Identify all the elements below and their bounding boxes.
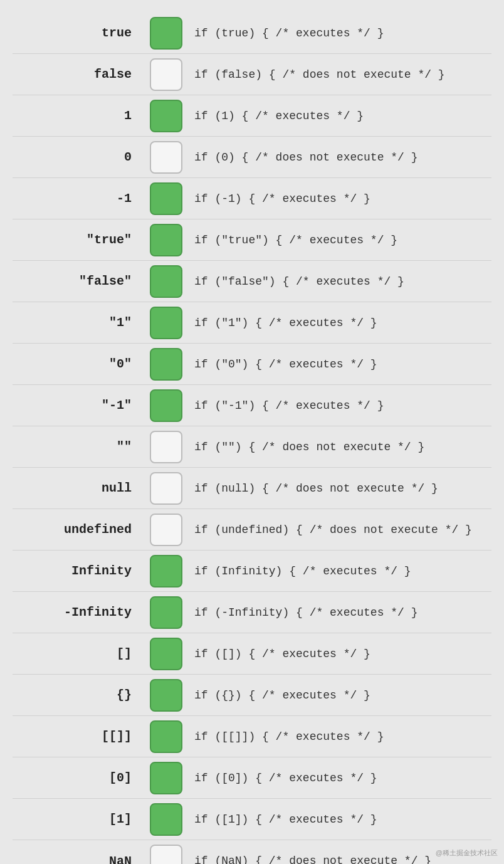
code-example: if ("false") { /* executes */ } [188, 275, 491, 288]
value-label: "false" [13, 274, 144, 288]
truthiness-indicator [144, 431, 188, 463]
truthy-box [150, 17, 182, 50]
truthiness-indicator [144, 555, 188, 587]
truthiness-indicator [144, 389, 188, 422]
truthiness-indicator [144, 638, 188, 670]
truthiness-indicator [144, 679, 188, 712]
table-row: "-1"if ("-1") { /* executes */ } [13, 385, 491, 426]
table-row: "true"if ("true") { /* executes */ } [13, 219, 491, 261]
value-label: 1 [13, 108, 144, 123]
table-row: undefinedif (undefined) { /* does not ex… [13, 509, 491, 551]
code-example: if ({}) { /* executes */ } [188, 689, 491, 702]
truthy-box [150, 224, 182, 256]
code-example: if ([]) { /* executes */ } [188, 648, 491, 660]
value-label: "0" [13, 357, 144, 371]
value-label: [] [13, 646, 144, 661]
table-row: "false"if ("false") { /* executes */ } [13, 261, 491, 302]
table-row: "0"if ("0") { /* executes */ } [13, 344, 491, 385]
table-row: Infinityif (Infinity) { /* executes */ } [13, 551, 491, 592]
truthiness-indicator [144, 307, 188, 339]
truthy-box [150, 596, 182, 629]
truthiness-indicator [144, 100, 188, 132]
falsy-box [150, 58, 182, 91]
value-label: {} [13, 688, 144, 702]
truthiness-indicator [144, 182, 188, 215]
truthy-box [150, 182, 182, 215]
falsy-box [150, 141, 182, 174]
code-example: if ("true") { /* executes */ } [188, 234, 491, 246]
truthy-box [150, 348, 182, 381]
truthy-box [150, 803, 182, 836]
code-example: if (-Infinity) { /* executes */ } [188, 606, 491, 619]
table-row: 1if (1) { /* executes */ } [13, 95, 491, 137]
code-example: if (undefined) { /* does not execute */ … [188, 524, 491, 536]
code-example: if ("0") { /* executes */ } [188, 358, 491, 371]
code-example: if ("-1") { /* executes */ } [188, 399, 491, 412]
code-example: if ("1") { /* executes */ } [188, 317, 491, 329]
truthiness-indicator [144, 348, 188, 381]
truthy-box [150, 638, 182, 670]
value-label: [0] [13, 771, 144, 785]
truthy-box [150, 720, 182, 753]
code-example: if ([[]]) { /* executes */ } [188, 730, 491, 743]
table-row: -Infinityif (-Infinity) { /* executes */… [13, 592, 491, 633]
table-row: []if ([]) { /* executes */ } [13, 633, 491, 675]
table-row: {}if ({}) { /* executes */ } [13, 675, 491, 716]
value-label: "1" [13, 315, 144, 330]
code-example: if (0) { /* does not execute */ } [188, 151, 491, 164]
table-row: "1"if ("1") { /* executes */ } [13, 302, 491, 344]
truthy-box [150, 762, 182, 794]
table-row: trueif (true) { /* executes */ } [13, 13, 491, 54]
falsy-box [150, 472, 182, 505]
truthy-box [150, 679, 182, 712]
table-row: [1]if ([1]) { /* executes */ } [13, 799, 491, 840]
truthiness-indicator [144, 141, 188, 174]
code-example: if ("") { /* does not execute */ } [188, 441, 491, 453]
code-example: if (false) { /* does not execute */ } [188, 68, 491, 81]
truthiness-indicator [144, 224, 188, 256]
truthy-box [150, 307, 182, 339]
table-row: -1if (-1) { /* executes */ } [13, 178, 491, 219]
table-row: nullif (null) { /* does not execute */ } [13, 468, 491, 509]
table-row: 0if (0) { /* does not execute */ } [13, 137, 491, 178]
value-label: 0 [13, 150, 144, 164]
truthiness-indicator [144, 265, 188, 298]
truthy-box [150, 555, 182, 587]
table-row: [0]if ([0]) { /* executes */ } [13, 757, 491, 799]
code-example: if (Infinity) { /* executes */ } [188, 565, 491, 577]
value-label: [1] [13, 812, 144, 826]
code-example: if (null) { /* does not execute */ } [188, 482, 491, 495]
watermark: @稀土掘金技术社区 [436, 848, 498, 858]
falsy-box [150, 845, 182, 864]
truthiness-indicator [144, 58, 188, 91]
code-example: if ([0]) { /* executes */ } [188, 772, 491, 784]
value-label: -1 [13, 191, 144, 206]
value-label: "-1" [13, 398, 144, 413]
value-label: false [13, 67, 144, 82]
falsy-box [150, 514, 182, 546]
truthiness-indicator [144, 845, 188, 864]
table-row: falseif (false) { /* does not execute */… [13, 54, 491, 95]
truthiness-indicator [144, 514, 188, 546]
truthy-box [150, 100, 182, 132]
value-label: [[]] [13, 729, 144, 744]
truthiness-indicator [144, 596, 188, 629]
value-label: -Infinity [13, 605, 144, 619]
truth-table: trueif (true) { /* executes */ }falseif … [0, 6, 504, 864]
truthiness-indicator [144, 17, 188, 50]
table-row: [[]]if ([[]]) { /* executes */ } [13, 716, 491, 757]
table-row: NaNif (NaN) { /* does not execute */ } [13, 840, 491, 864]
value-label: "true" [13, 233, 144, 247]
value-label: "" [13, 440, 144, 454]
truthy-box [150, 265, 182, 298]
table-row: ""if ("") { /* does not execute */ } [13, 426, 491, 468]
code-example: if (1) { /* executes */ } [188, 110, 491, 122]
truthiness-indicator [144, 762, 188, 794]
truthy-box [150, 389, 182, 422]
value-label: true [13, 26, 144, 40]
truthiness-indicator [144, 720, 188, 753]
code-example: if (true) { /* executes */ } [188, 27, 491, 40]
code-example: if ([1]) { /* executes */ } [188, 813, 491, 826]
truthiness-indicator [144, 472, 188, 505]
value-label: NaN [13, 854, 144, 865]
